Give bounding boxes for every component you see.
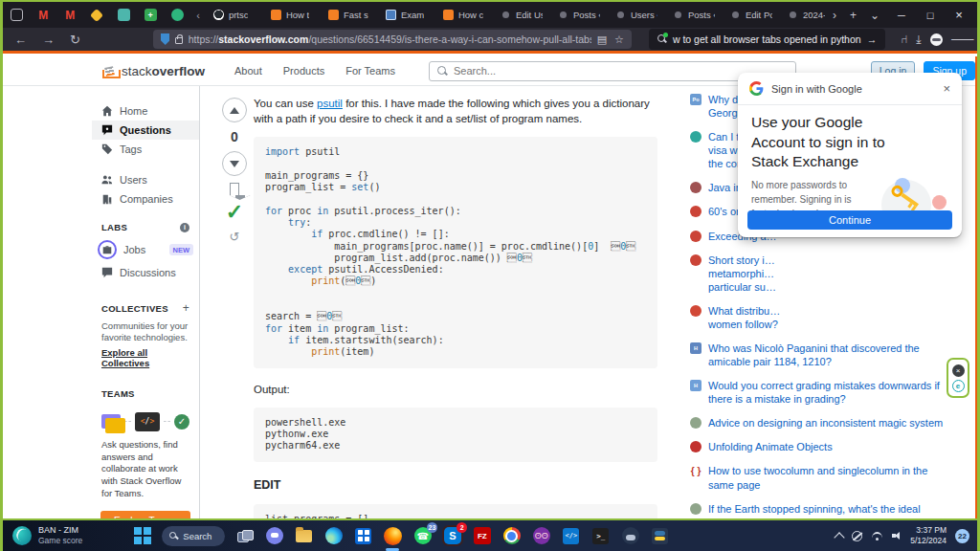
pinned-tab[interactable]	[111, 5, 136, 26]
browser-tab[interactable]: How c	[436, 4, 492, 26]
nav-for-teams[interactable]: For Teams	[337, 60, 404, 81]
downvote-button[interactable]	[222, 151, 247, 176]
maximize-button[interactable]: □	[916, 10, 945, 21]
find-go-icon[interactable]: →	[867, 33, 878, 45]
tray-chevron-icon[interactable]	[835, 532, 845, 542]
browser-tab[interactable]: Posts ‹ Em	[551, 4, 607, 26]
wifi-icon[interactable]	[871, 532, 883, 540]
info-icon[interactable]: i	[180, 223, 189, 232]
hot-question[interactable]: HWould you correct grading mistakes down…	[690, 379, 947, 406]
edge-icon[interactable]	[323, 526, 344, 546]
pinned-tab[interactable]: M	[57, 5, 82, 26]
hot-question-link[interactable]: What distribu… women follow?	[708, 304, 780, 331]
hot-question-link[interactable]: Unfolding Animate Objects	[708, 440, 833, 453]
lock-icon[interactable]	[175, 37, 182, 44]
extension-icon[interactable]: ⸺	[951, 33, 974, 46]
browser-tab[interactable]: Posts ‹ Em	[666, 4, 722, 26]
hot-question[interactable]: What distribu… women follow?	[690, 304, 947, 331]
clock[interactable]: 3:37 PM5/12/2024	[910, 525, 947, 546]
hot-question[interactable]: HWho was Nicolò Paganini that discovered…	[690, 342, 947, 368]
widgets-button[interactable]: BAN - ZIMGame score	[3, 525, 92, 547]
firefox-view-icon[interactable]	[11, 9, 23, 21]
python-icon[interactable]	[650, 526, 670, 546]
minimize-button[interactable]: ─	[887, 10, 916, 21]
hot-question[interactable]: If the Earth stopped spinning, what's th…	[690, 502, 947, 518]
monkey-icon[interactable]: ʘʘ	[531, 526, 551, 546]
chat-icon[interactable]	[264, 526, 284, 546]
bookmark-star-icon[interactable]: ☆	[614, 33, 624, 46]
adblock-icon[interactable]	[930, 33, 943, 46]
hot-question[interactable]: Unfolding Animate Objects	[690, 440, 947, 453]
nav-products[interactable]: Products	[275, 60, 333, 81]
find-query[interactable]: w to get all browser tabs opened in pyth…	[673, 33, 861, 45]
sidebar-item-jobs[interactable]: Jobs NEW	[92, 236, 199, 263]
sidebar-item-tags[interactable]: Tags	[92, 140, 199, 159]
filezilla-icon[interactable]: FZ	[472, 526, 492, 546]
browser-tab[interactable]: Fast s	[322, 4, 377, 26]
hot-question-link[interactable]: Who was Nicolò Paganini that discovered …	[708, 342, 920, 368]
so-logo[interactable]: stackoverflow	[102, 63, 205, 78]
taskview-icon[interactable]	[234, 526, 255, 546]
close-icon[interactable]: ×	[943, 81, 950, 96]
reload-button[interactable]: ↻	[64, 33, 86, 47]
browser-tab[interactable]: Edit Post	[724, 4, 779, 26]
list-tabs-icon[interactable]: ⌄	[864, 9, 885, 22]
continue-button[interactable]: Continue	[747, 210, 952, 230]
tab-scroll-left-icon[interactable]: ‹	[191, 10, 205, 21]
vscode-icon[interactable]: </>	[561, 526, 581, 546]
add-collective-icon[interactable]: +	[183, 301, 189, 315]
explorer-icon[interactable]	[294, 526, 314, 546]
url-bar[interactable]: https://stackoverflow.com/questions/6651…	[153, 30, 632, 49]
hot-question[interactable]: { }How to use twocolumn and singlecolumn…	[690, 464, 947, 491]
sidebar-item-home[interactable]: Home	[92, 101, 199, 121]
tracking-protection-icon[interactable]	[161, 33, 170, 45]
whatsapp-icon[interactable]: ☎23	[412, 526, 433, 546]
nav-about[interactable]: About	[226, 60, 271, 81]
browser-tab[interactable]: Exam	[379, 4, 434, 26]
close-button[interactable]: ×	[945, 8, 973, 22]
hot-question-link[interactable]: Would you correct grading mistakes downw…	[708, 379, 940, 406]
browser-tab[interactable]: Users ‹ Em	[609, 4, 664, 26]
search-icon[interactable]: Search	[162, 526, 225, 546]
find-bar[interactable]: w to get all browser tabs opened in pyth…	[649, 29, 885, 50]
pinned-tab[interactable]: +	[138, 5, 163, 26]
hot-question-link[interactable]: How to use twocolumn and singlecolumn in…	[708, 464, 927, 491]
pinned-tab[interactable]: M	[31, 5, 56, 26]
widget-e-icon[interactable]: e	[952, 380, 965, 392]
pinned-tab[interactable]	[165, 5, 189, 26]
gimp-icon[interactable]	[620, 526, 640, 546]
sidebar-item-users[interactable]: Users	[92, 170, 199, 189]
volume-icon[interactable]	[892, 531, 902, 540]
explore-collectives-link[interactable]: Explore all Collectives	[92, 346, 199, 369]
sidebar-item-questions[interactable]: Questions	[92, 121, 199, 140]
notifications-off-icon[interactable]	[852, 531, 862, 541]
hot-question-link[interactable]: Short story i… metamorphi… particular su…	[708, 253, 776, 294]
download-icon[interactable]: ⤓	[916, 33, 921, 46]
pocket-icon[interactable]: ⑁	[901, 33, 907, 46]
hot-question[interactable]: Advice on designing an inconsistent magi…	[690, 416, 947, 430]
firefox-icon[interactable]	[383, 526, 403, 546]
widget-close-icon[interactable]: ×	[952, 364, 965, 377]
start-icon[interactable]	[132, 526, 152, 546]
browser-tab[interactable]: Edit User A	[494, 4, 549, 26]
hot-question[interactable]: Short story i… metamorphi… particular su…	[690, 253, 947, 294]
browser-tab[interactable]: prtsc	[207, 4, 262, 26]
bookmark-icon[interactable]	[230, 183, 239, 195]
pinned-tab[interactable]	[84, 5, 109, 26]
hot-question-link[interactable]: Advice on designing an inconsistent magi…	[708, 416, 943, 430]
code-block-1[interactable]: import psutil main_programs = {} program…	[254, 137, 657, 367]
browser-tab[interactable]: 2024-05-1	[781, 4, 825, 26]
new-tab-button[interactable]: +	[844, 9, 862, 22]
reader-mode-icon[interactable]: ▤	[597, 33, 607, 46]
code-block-2[interactable]: list_programs = [] def winEnumHandler( h…	[254, 504, 657, 518]
browser-tab[interactable]: How t	[264, 4, 320, 26]
skype-icon[interactable]: S2	[442, 526, 462, 546]
explore-teams-button[interactable]: Explore Teams	[100, 511, 190, 518]
history-icon[interactable]: ↺	[230, 230, 240, 244]
tab-scroll-right-icon[interactable]: ›	[827, 9, 842, 22]
chrome-icon[interactable]	[501, 526, 522, 546]
psutil-link[interactable]: psutil	[317, 98, 343, 109]
back-button[interactable]: ←	[9, 33, 33, 47]
terminal-icon[interactable]: >_	[590, 526, 611, 546]
sidebar-item-discussions[interactable]: Discussions	[92, 263, 199, 282]
